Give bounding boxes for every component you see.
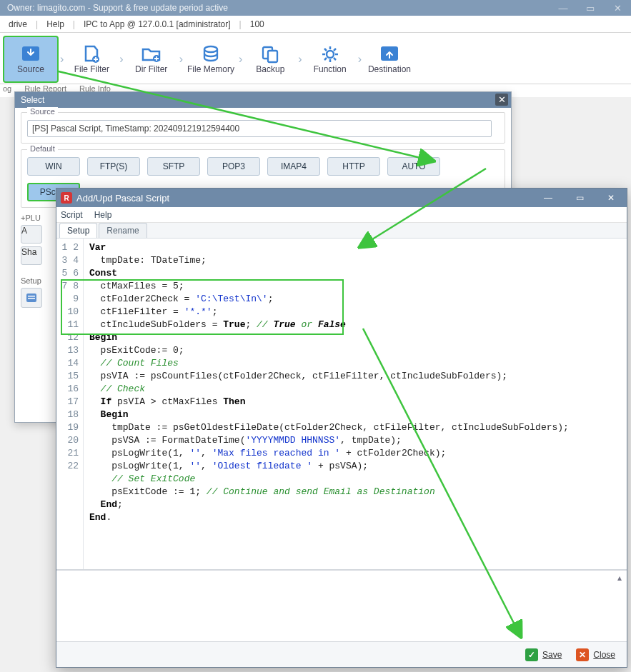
svg-rect-17 (28, 296, 35, 297)
minimize-icon[interactable]: — (550, 0, 577, 16)
option-win[interactable]: WIN (27, 157, 80, 176)
chevron-right-icon: › (59, 53, 65, 66)
select-dialog-titlebar: Select ✕ (15, 92, 511, 108)
tab-rename[interactable]: Rename (99, 223, 146, 238)
main-window-title: Owner: limagito.com - Support & free upd… (7, 3, 228, 13)
source-input[interactable] (27, 120, 492, 137)
source-fieldset: Source (21, 112, 505, 144)
menu-drive[interactable]: drive (4, 18, 31, 31)
chevron-right-icon: › (178, 53, 184, 66)
ribbon-filememory-label: File Memory (187, 64, 234, 74)
code-editor[interactable]: 1 2 3 4 5 6 7 8 9 10 11 12 13 14 15 16 1… (56, 239, 627, 570)
maximize-icon[interactable]: ▭ (577, 0, 604, 16)
database-icon (199, 44, 223, 64)
svg-line-11 (324, 49, 327, 51)
script-minimize-icon[interactable]: — (532, 189, 564, 207)
setup-icon (25, 292, 38, 304)
menu-ipc: IPC to App @ 127.0.0.1 [administrator] (79, 18, 235, 31)
copy-icon (258, 44, 282, 64)
script-menubar: Script Help (56, 207, 627, 223)
main-menubar: drive | Help | IPC to App @ 127.0.0.1 [a… (0, 16, 631, 33)
ribbon-filefilter-label: File Filter (74, 64, 109, 74)
ribbon-destination[interactable]: Destination (363, 37, 416, 81)
script-dialog-titlebar: R Add/Upd Pascal Script — ▭ ✕ (56, 189, 627, 207)
gear-icon (318, 44, 342, 64)
option-pop3[interactable]: POP3 (207, 157, 260, 176)
source-legend: Source (27, 107, 58, 116)
toolbar-ribbon: Source › File Filter › Dir Filter › File… (0, 33, 631, 84)
scroll-up-icon[interactable]: ▴ (615, 573, 625, 583)
script-maximize-icon[interactable]: ▭ (564, 189, 595, 207)
download-icon (19, 44, 43, 64)
tab-setup[interactable]: Setup (59, 223, 97, 238)
svg-point-6 (327, 51, 334, 58)
menu-help-2[interactable]: Help (94, 210, 112, 220)
svg-line-13 (324, 58, 327, 60)
svg-rect-5 (268, 51, 277, 62)
chevron-right-icon: › (118, 53, 124, 66)
ribbon-source-label: Source (17, 64, 44, 74)
option-ftps[interactable]: FTP(S) (87, 157, 140, 176)
script-dialog-title: Add/Upd Pascal Script (76, 193, 169, 204)
main-window-titlebar: Owner: limagito.com - Support & free upd… (0, 0, 631, 16)
ribbon-backup-label: Backup (256, 64, 284, 74)
plu-button-sha[interactable]: Sha (21, 246, 42, 265)
close-icon[interactable]: ✕ (604, 0, 631, 16)
file-plus-icon (79, 44, 104, 64)
option-imap4[interactable]: IMAP4 (267, 157, 320, 176)
ribbon-dirfilter-label: Dir Filter (135, 64, 167, 74)
option-http[interactable]: HTTP (327, 157, 380, 176)
app-icon: R (61, 192, 72, 204)
close-button[interactable]: ✕ Close (572, 647, 620, 663)
check-icon: ✓ (525, 648, 538, 661)
output-pane[interactable]: ▴ (56, 570, 627, 641)
ribbon-filefilter[interactable]: File Filter (65, 37, 118, 81)
script-dialog: R Add/Upd Pascal Script — ▭ ✕ Script Hel… (56, 188, 627, 668)
svg-rect-18 (28, 298, 35, 299)
select-dialog-close-icon[interactable]: ✕ (495, 94, 508, 106)
svg-line-12 (334, 58, 336, 60)
ribbon-source[interactable]: Source (3, 36, 59, 83)
ribbon-function-label: Function (314, 64, 347, 74)
ribbon-dirfilter[interactable]: Dir Filter (125, 37, 178, 81)
script-tabs: Setup Rename (56, 223, 627, 239)
folder-plus-icon (139, 44, 164, 64)
select-dialog-title: Select (21, 95, 44, 105)
option-sftp[interactable]: SFTP (147, 157, 200, 176)
script-dialog-footer: ✓ Save ✕ Close (56, 641, 627, 667)
x-icon: ✕ (576, 648, 589, 661)
code-area[interactable]: Var tmpDate: TDateTime; Const ctMaxFiles… (84, 239, 627, 569)
plu-button-a[interactable]: A (21, 225, 42, 244)
svg-line-14 (334, 49, 336, 51)
ribbon-backup[interactable]: Backup (244, 37, 297, 81)
ribbon-filememory[interactable]: File Memory (184, 37, 237, 81)
upload-icon (377, 44, 402, 64)
setup-button[interactable] (21, 288, 42, 308)
chevron-right-icon: › (297, 53, 303, 66)
svg-point-3 (204, 46, 217, 52)
menu-script[interactable]: Script (61, 210, 83, 220)
ribbon-function[interactable]: Function (304, 37, 357, 81)
chevron-right-icon: › (357, 53, 363, 66)
ribbon-destination-label: Destination (368, 64, 411, 74)
chevron-right-icon: › (237, 53, 244, 66)
menu-help[interactable]: Help (42, 18, 69, 31)
default-legend: Default (27, 144, 58, 153)
option-auto[interactable]: AUTO (387, 157, 440, 176)
script-close-icon[interactable]: ✕ (595, 189, 627, 207)
subtab-og[interactable]: og (3, 84, 11, 97)
save-button[interactable]: ✓ Save (521, 647, 566, 663)
menu-num: 100 (246, 18, 269, 31)
line-number-gutter: 1 2 3 4 5 6 7 8 9 10 11 12 13 14 15 16 1… (56, 239, 84, 569)
